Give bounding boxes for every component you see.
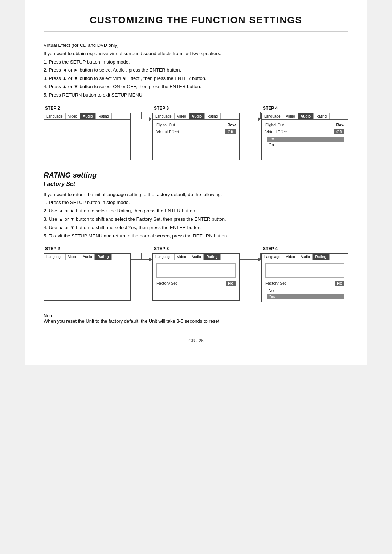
ve-s2-tab-video: Video	[66, 113, 80, 119]
rs-s3-row-factory-set: Factory Set No	[156, 281, 236, 286]
rs-arrow-3-4	[240, 246, 261, 260]
ve-s4-tab-language: Language	[262, 113, 283, 119]
ve-line-5: 3. Press ▲ or ▼ button to select Virtual…	[44, 75, 348, 82]
ve-step2-col: STEP 2 Language Video Audio Rating	[44, 106, 131, 160]
ve-s3-tab-video: Video	[175, 113, 189, 119]
ve-line-6: 4. Press ▲ or ▼ button to select ON or O…	[44, 83, 348, 91]
virtual-effect-diagram: STEP 2 Language Video Audio Rating	[44, 106, 348, 160]
ve-s3-tab-language: Language	[153, 113, 175, 119]
ve-step2-tabbar: Language Video Audio Rating	[44, 113, 130, 120]
page-footer: GB - 26	[44, 338, 348, 343]
ve-s4-tab-audio: Audio	[298, 113, 314, 119]
ve-opt-on: On	[267, 142, 344, 147]
footer-text: GB - 26	[188, 338, 203, 343]
ve-step4-box: Language Video Audio Rating Digital Out …	[261, 113, 348, 160]
rs-s2-tab-rating: Rating	[95, 254, 111, 260]
ve-step4-label: STEP 4	[263, 106, 278, 111]
ve-s4-row-digital-out: Digital Out Raw	[265, 123, 344, 127]
ve-line-1: Virtual Effect (for CD and DVD only)	[44, 42, 348, 49]
rs-arrow-2-3	[131, 246, 152, 260]
rs-step2-box: Language Video Audio Rating	[44, 253, 131, 301]
ve-step3-box: Language Video Audio Rating Digital Out …	[152, 113, 240, 160]
rs-step4-box: Language Video Audio Rating Factory Set …	[261, 253, 348, 302]
page-title: CUSTOMIZING THE FUNCTION SETTINGS	[44, 15, 348, 32]
ve-s4-row-virtual-effect: Virtual Effect Off	[265, 129, 344, 134]
rs-s3-tab-audio: Audio	[189, 254, 204, 260]
ve-step4-content: Digital Out Raw Virtual Effect Off Off O…	[262, 120, 348, 150]
rs-s4-tab-video: Video	[283, 254, 298, 260]
ve-s2-tab-language: Language	[44, 113, 66, 119]
ve-s2-tab-rating: Rating	[96, 113, 112, 119]
rs-line-2: 1. Press the SETUP button in stop mode.	[44, 199, 348, 207]
rs-step4-tabbar: Language Video Audio Rating	[262, 254, 348, 260]
ve-step4-tabbar: Language Video Audio Rating	[262, 113, 348, 120]
rs-s3-tab-language: Language	[153, 254, 175, 260]
ve-line-7: 5. Press RETURN button to exit SETUP MEN…	[44, 91, 348, 99]
ve-step3-label: STEP 3	[154, 106, 169, 111]
ve-s2-tab-audio: Audio	[80, 113, 96, 119]
rs-s3-tab-video: Video	[175, 254, 189, 260]
ve-step3-col: STEP 3 Language Video Audio Rating Digit…	[152, 106, 240, 160]
note-text: When you reset the Unit to the factory d…	[44, 318, 348, 324]
rs-s2-tab-video: Video	[66, 254, 80, 260]
rs-s3-tab-rating: Rating	[204, 254, 220, 260]
rs-s4-password-area	[265, 263, 344, 278]
rating-intro: If you want to return the initial langua…	[44, 191, 348, 240]
ve-line-2: If you want to obtain expansive virtual …	[44, 50, 348, 58]
rs-line-5: 4. Use ▲ or ▼ button to shift and select…	[44, 224, 348, 232]
rating-heading: RATING setting	[44, 171, 348, 179]
virtual-effect-intro: Virtual Effect (for CD and DVD only) If …	[44, 42, 348, 99]
rs-opt-no: No	[267, 288, 344, 293]
ve-opt-off: Off	[267, 137, 344, 142]
ve-s4-tab-video: Video	[283, 113, 298, 119]
ve-step2-label: STEP 2	[45, 106, 60, 111]
rs-step3-label: STEP 3	[154, 246, 169, 251]
ve-line-4: 2. Press ◄ or ► button to select Audio ,…	[44, 66, 348, 74]
ve-step3-content: Digital Out Raw Virtual Effect Off	[153, 120, 239, 139]
rs-opt-yes: Yes	[267, 294, 344, 299]
rs-step2-content	[44, 260, 130, 280]
rs-line-1: If you want to return the initial langua…	[44, 191, 348, 199]
rs-line-3: 2. Use ◄ or ► button to select the Ratin…	[44, 207, 348, 215]
ve-arrow-2-3	[131, 106, 152, 119]
rs-s4-row-factory-set: Factory Set No	[265, 281, 344, 286]
ve-arrow-3-4	[240, 106, 261, 119]
ve-s3-row-virtual-effect: Virtual Effect Off	[156, 129, 236, 134]
rs-step4-content: Factory Set No No Yes	[262, 260, 348, 302]
ve-step2-content	[44, 120, 130, 140]
ve-s3-row-digital-out: Digital Out Raw	[156, 123, 236, 127]
note-label: Note:	[44, 313, 348, 318]
rs-step4-label: STEP 4	[263, 246, 278, 251]
rating-diagram: STEP 2 Language Video Audio Rating	[44, 246, 348, 302]
ve-s3-tab-audio: Audio	[189, 113, 205, 119]
rs-step2-col: STEP 2 Language Video Audio Rating	[44, 246, 131, 301]
ve-step3-tabbar: Language Video Audio Rating	[153, 113, 239, 120]
rs-s3-password-area	[156, 263, 236, 278]
ve-step4-options: Off On	[267, 137, 344, 147]
rs-step3-tabbar: Language Video Audio Rating	[153, 254, 239, 260]
rs-step3-box: Language Video Audio Rating Factory Set …	[152, 253, 240, 301]
rs-line-4: 3. Use ▲ or ▼ button to shift and select…	[44, 216, 348, 223]
rs-step3-content: Factory Set No	[153, 260, 239, 291]
ve-s4-tab-rating: Rating	[314, 113, 330, 119]
rs-s2-tab-language: Language	[44, 254, 66, 260]
rs-step4-options: No Yes	[267, 288, 344, 299]
note-section: Note: When you reset the Unit to the fac…	[44, 313, 348, 324]
rs-step4-col: STEP 4 Language Video Audio Rating Facto…	[261, 246, 348, 302]
rs-line-6: 5. To exit the SETUP MENU and return to …	[44, 232, 348, 240]
factory-set-heading: Factory Set	[44, 181, 348, 187]
rs-step3-col: STEP 3 Language Video Audio Rating Facto…	[152, 246, 240, 301]
ve-line-3: 1. Press the SETUP button in stop mode.	[44, 58, 348, 66]
ve-step4-col: STEP 4 Language Video Audio Rating Digit…	[261, 106, 348, 160]
rs-s4-tab-language: Language	[262, 254, 283, 260]
rs-s4-tab-rating: Rating	[313, 254, 329, 260]
rs-step2-tabbar: Language Video Audio Rating	[44, 254, 130, 260]
rs-s4-tab-audio: Audio	[298, 254, 313, 260]
ve-s3-tab-rating: Rating	[205, 113, 221, 119]
rs-step2-label: STEP 2	[45, 246, 60, 251]
rs-s2-tab-audio: Audio	[80, 254, 95, 260]
ve-step2-box: Language Video Audio Rating	[44, 113, 131, 160]
